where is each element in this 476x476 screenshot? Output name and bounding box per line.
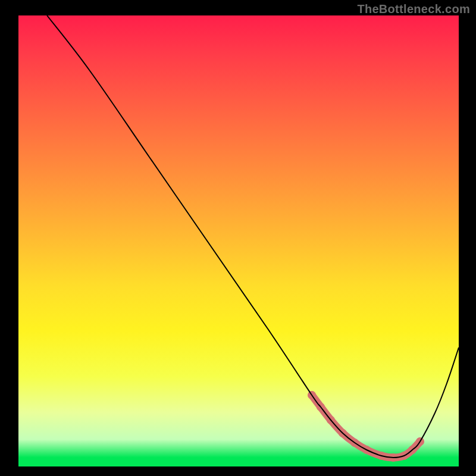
plot-area bbox=[18, 15, 459, 466]
chart-stage: TheBottleneck.com bbox=[0, 0, 476, 476]
watermark-text: TheBottleneck.com bbox=[357, 2, 470, 16]
main-curve bbox=[47, 15, 459, 458]
curve-svg bbox=[18, 15, 459, 466]
